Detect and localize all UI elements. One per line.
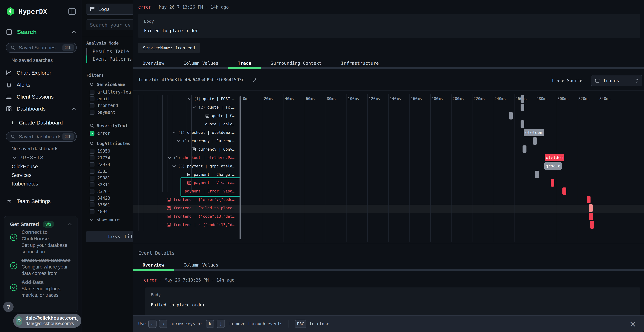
checkbox[interactable] (90, 103, 94, 108)
checkbox[interactable] (90, 96, 94, 101)
trace-tree-row[interactable]: (1)checkout | oteldemo.… (134, 128, 240, 137)
span-duration-bar[interactable] (520, 104, 524, 111)
trace-tree-row[interactable]: frontend | Failed to place… (134, 204, 240, 212)
trace-tree-row[interactable]: (1)currency | Currenc… (134, 137, 240, 145)
service-name-tag[interactable]: ServiceName: frontend (138, 43, 200, 53)
sidebar-item-alerts[interactable]: Alerts (6, 81, 76, 89)
filter-option-21734[interactable]: 21734 (90, 155, 110, 161)
span-duration-bar[interactable]: grpc.o (544, 162, 562, 170)
span-duration-bar[interactable] (535, 171, 539, 178)
less-filters-button[interactable]: Less filters (86, 231, 133, 242)
search-icon[interactable] (90, 124, 94, 128)
span-duration-bar[interactable]: oteldem (524, 129, 544, 136)
span-duration-bar[interactable] (589, 204, 593, 212)
trace-tree-row[interactable]: quote | calc… (134, 120, 240, 128)
user-menu[interactable]: D dale@clickhouse.com dale@clickhouse.co… (13, 314, 82, 328)
filter-option-email[interactable]: email (90, 96, 110, 102)
trace-tree-row[interactable]: (1)checkout | oteldemo.Pa… (134, 154, 240, 162)
event-search-input[interactable]: Search your ev (86, 19, 133, 30)
span-duration-bar[interactable] (550, 179, 554, 186)
filter-option-payment[interactable]: payment (90, 109, 116, 116)
checkbox[interactable] (90, 162, 94, 167)
span-duration-bar[interactable] (522, 146, 526, 153)
filter-option-4894[interactable]: 4894 (90, 208, 108, 215)
sidebar-section-search[interactable]: Search (6, 28, 76, 36)
trace-tree-row[interactable]: (1)quote | POST … (134, 95, 240, 103)
search-icon[interactable] (90, 141, 94, 146)
checkbox[interactable] (90, 176, 94, 180)
sidebar-item-client-sessions[interactable]: Client Sessions (6, 93, 76, 101)
checkbox-checked[interactable] (90, 131, 94, 136)
checkbox[interactable] (90, 189, 94, 194)
trace-tree-row[interactable]: payment | Visa ca… (134, 179, 240, 187)
collapse-sidebar-icon[interactable] (68, 8, 76, 15)
filter-option-34423[interactable]: 34423 (90, 195, 110, 202)
span-duration-bar[interactable] (520, 120, 524, 128)
checkbox[interactable] (90, 149, 94, 154)
checkbox[interactable] (90, 169, 94, 174)
tab-infrastructure[interactable]: Infrastructure (331, 59, 388, 67)
checkbox[interactable] (90, 182, 94, 187)
filter-option-error[interactable]: error (90, 130, 110, 136)
event-details-tab-column-values[interactable]: Column Values (174, 261, 228, 269)
trace-tree-row[interactable]: quote | C… (134, 112, 240, 120)
sidebar-preset-clickhouse[interactable]: ClickHouse (12, 164, 38, 170)
tab-overview[interactable]: Overview (133, 59, 174, 67)
presets-header[interactable]: PRESETS (12, 155, 44, 160)
filter-option-37801[interactable]: 37801 (90, 202, 110, 208)
span-duration-bar[interactable] (562, 188, 566, 195)
analysis-mode-event-patterns[interactable]: Event Patterns (86, 56, 132, 62)
sidebar-item-dashboards[interactable]: Dashboards (6, 105, 76, 113)
filter-option-artillery-loa[interactable]: artillery-loa (90, 89, 131, 95)
checkbox[interactable] (90, 90, 94, 95)
tab-trace[interactable]: Trace (228, 59, 261, 67)
sidebar-item-team-settings[interactable]: Team Settings (6, 197, 76, 205)
span-duration-bar[interactable] (509, 112, 513, 120)
span-duration-bar[interactable] (587, 196, 590, 204)
span-duration-bar[interactable] (589, 213, 593, 220)
event-details-tab-overview[interactable]: Overview (133, 261, 174, 269)
sidebar-item-chart-explorer[interactable]: Chart Explorer (6, 69, 76, 77)
trace-tree-row[interactable]: (2)quote | {cl… (134, 103, 240, 112)
span-duration-bar[interactable]: oteldem (545, 154, 564, 161)
span-duration-bar[interactable] (533, 137, 537, 145)
span-duration-bar[interactable] (590, 221, 594, 228)
trace-tree-row[interactable]: currency | Conv… (134, 145, 240, 154)
filter-option-29081[interactable]: 29081 (90, 175, 110, 181)
get-started-item[interactable]: Add DataStart sending logs, metrics, or … (10, 279, 74, 298)
checkbox[interactable] (90, 209, 94, 214)
checkbox[interactable] (90, 110, 94, 115)
filter-option-frontend[interactable]: frontend (90, 102, 118, 109)
span-duration-bar[interactable] (520, 95, 524, 103)
edit-pencil-icon[interactable] (252, 77, 257, 82)
filter-option-22974[interactable]: 22974 (90, 161, 110, 168)
tab-surrounding-context[interactable]: Surrounding Context (261, 59, 331, 67)
analysis-mode-results-table[interactable]: Results Table (86, 48, 129, 55)
show-more-button[interactable]: Show more (90, 216, 120, 223)
sidebar-preset-services[interactable]: Services (12, 172, 32, 178)
filter-option-19350[interactable]: 19350 (90, 148, 110, 154)
trace-tree-row[interactable]: payment | Charge … (134, 170, 240, 179)
checkbox[interactable] (90, 202, 94, 207)
saved-dashboards-input[interactable]: Saved Dashboards ⌘K (6, 132, 77, 142)
filter-option-33261[interactable]: 33261 (90, 188, 110, 195)
checkbox[interactable] (90, 196, 94, 201)
get-started-item[interactable]: Create Data SourcesConfigure where your … (10, 257, 74, 276)
create-dashboard-button[interactable]: + Create Dashboard (11, 119, 76, 127)
search-icon[interactable] (90, 82, 94, 87)
get-started-item[interactable]: Connect to ClickHouseSet up your databas… (10, 229, 74, 255)
checkbox[interactable] (90, 156, 94, 160)
trace-tree-row[interactable]: (3)payment | grpc.oteld… (134, 162, 240, 170)
close-icon[interactable]: × (629, 319, 636, 329)
trace-tree-row[interactable]: frontend | × {"code":13,"d… (134, 221, 240, 229)
help-button[interactable]: ? (3, 302, 14, 312)
trace-tree-row[interactable]: payment | Error: Visa… (134, 187, 240, 196)
trace-tree-row[interactable]: frontend | {"code":13,"det… (134, 212, 240, 221)
sidebar-preset-kubernetes[interactable]: Kubernetes (12, 181, 38, 187)
filter-option-2333[interactable]: 2333 (90, 168, 108, 174)
saved-searches-input[interactable]: Saved Searches ⌘K (6, 42, 77, 53)
chevron-up-icon[interactable] (68, 223, 72, 226)
trace-source-select[interactable]: Traces (591, 75, 642, 86)
source-select-button[interactable]: Logs (86, 4, 133, 15)
filter-option-32311[interactable]: 32311 (90, 182, 110, 188)
